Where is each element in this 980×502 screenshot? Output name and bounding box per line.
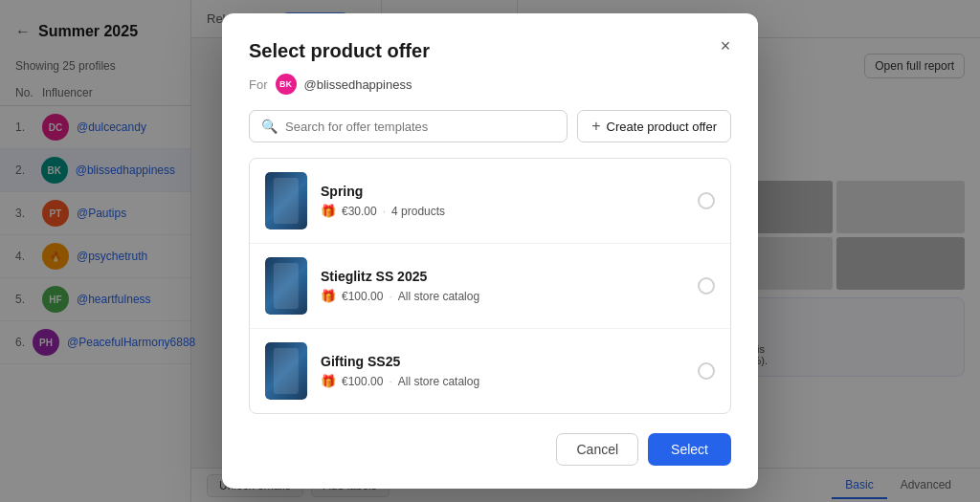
select-button[interactable]: Select — [648, 433, 731, 466]
modal-for-user: For BK @blissedhappiness — [249, 74, 731, 95]
offer-detail: All store catalog — [398, 290, 479, 303]
create-product-offer-button[interactable]: + Create product offer — [577, 110, 731, 142]
offer-thumbnail — [265, 257, 307, 315]
offer-item[interactable]: Gifting SS25 🎁 €100.00 · All store catal… — [250, 329, 730, 413]
modal-title: Select product offer — [249, 40, 731, 62]
offer-detail: All store catalog — [398, 375, 479, 388]
offer-radio[interactable] — [698, 192, 715, 209]
gift-icon: 🎁 — [321, 289, 336, 303]
select-product-offer-modal: × Select product offer For BK @blissedha… — [222, 13, 758, 489]
modal-footer: Cancel Select — [249, 433, 731, 466]
offer-item[interactable]: Spring 🎁 €30.00 · 4 products — [250, 159, 730, 244]
search-box: 🔍 — [249, 110, 568, 142]
offer-info: Spring 🎁 €30.00 · 4 products — [321, 184, 684, 218]
offer-item[interactable]: Stieglitz SS 2025 🎁 €100.00 · All store … — [250, 244, 730, 329]
offer-thumbnail — [265, 172, 307, 229]
offer-name: Stieglitz SS 2025 — [321, 269, 684, 284]
gift-icon: 🎁 — [321, 374, 336, 388]
offer-info: Stieglitz SS 2025 🎁 €100.00 · All store … — [321, 269, 684, 303]
offer-meta: 🎁 €30.00 · 4 products — [321, 204, 684, 218]
offer-meta: 🎁 €100.00 · All store catalog — [321, 289, 684, 303]
search-icon: 🔍 — [261, 119, 278, 134]
offer-list: Spring 🎁 €30.00 · 4 products Stieglitz S… — [249, 158, 731, 414]
offer-radio[interactable] — [698, 362, 715, 380]
modal-backdrop: × Select product offer For BK @blissedha… — [0, 0, 980, 502]
modal-close-button[interactable]: × — [712, 33, 739, 59]
offer-meta: 🎁 €100.00 · All store catalog — [321, 374, 684, 388]
plus-icon: + — [591, 118, 600, 135]
offer-name: Gifting SS25 — [321, 354, 684, 369]
cancel-button[interactable]: Cancel — [556, 433, 638, 466]
offer-info: Gifting SS25 🎁 €100.00 · All store catal… — [321, 354, 684, 388]
for-label: For — [249, 77, 268, 92]
offer-thumbnail — [265, 342, 307, 400]
offer-name: Spring — [321, 184, 684, 199]
offer-detail: 4 products — [391, 205, 445, 218]
offer-price: €30.00 — [342, 205, 377, 218]
search-input[interactable] — [285, 120, 555, 134]
create-btn-label: Create product offer — [607, 120, 717, 134]
offer-price: €100.00 — [342, 290, 383, 303]
search-create-row: 🔍 + Create product offer — [249, 110, 731, 142]
modal-username: @blissedhappiness — [304, 77, 412, 92]
modal-user-avatar: BK — [276, 74, 297, 95]
offer-price: €100.00 — [342, 375, 383, 388]
gift-icon: 🎁 — [321, 204, 336, 218]
offer-radio[interactable] — [698, 277, 715, 295]
